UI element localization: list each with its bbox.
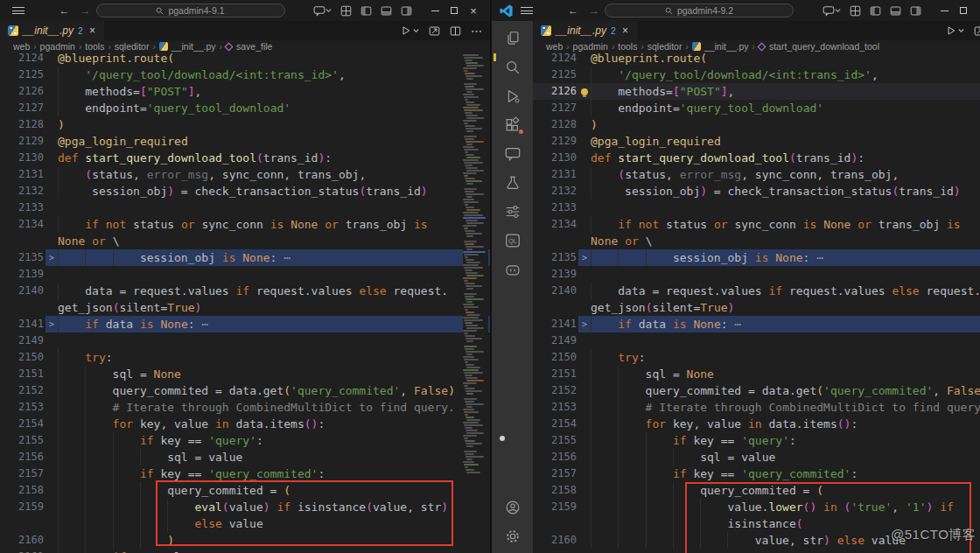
code-line: 2153# Iterate through CombinedMultiDict … bbox=[0, 399, 490, 416]
lightbulb-icon[interactable] bbox=[581, 88, 588, 95]
chevron-down-icon bbox=[413, 28, 419, 33]
run-python-file-button[interactable] bbox=[946, 25, 964, 36]
search-icon[interactable] bbox=[502, 58, 523, 77]
window-controls: × bbox=[425, 2, 483, 19]
code-line: get_json(silent=True) bbox=[0, 299, 490, 316]
run-python-file-button[interactable] bbox=[401, 25, 419, 36]
forward-icon[interactable]: → bbox=[584, 4, 605, 17]
close-button[interactable]: × bbox=[464, 2, 483, 19]
code-line: 2141>if data is None: ⋯ bbox=[533, 316, 980, 332]
code-line: 2140data = request.values if request.val… bbox=[533, 283, 980, 299]
code-line: None or \ bbox=[533, 233, 980, 249]
codeql-icon[interactable]: QL bbox=[502, 231, 523, 250]
toggle-secondary-sidebar-icon[interactable] bbox=[906, 5, 926, 17]
toggle-secondary-sidebar-icon[interactable] bbox=[396, 5, 416, 17]
code-line: 2129@pga_login_required bbox=[0, 133, 490, 150]
code-line: 2135>session_obj is None: ⋯ bbox=[0, 249, 490, 266]
annotation-box bbox=[156, 480, 453, 546]
open-preview-icon[interactable] bbox=[974, 25, 980, 37]
code-line: 2131(status, error_msg, sync_conn, trans… bbox=[0, 166, 490, 183]
tune-icon[interactable] bbox=[502, 202, 523, 221]
code-line: 2154for key, value in data.items(): bbox=[0, 416, 490, 432]
run-debug-icon[interactable] bbox=[502, 87, 523, 106]
code-area: 2124@blueprint.route(2125'/query_tool/do… bbox=[533, 50, 980, 549]
menu-icon[interactable] bbox=[12, 7, 24, 14]
overview-ruler-marker bbox=[494, 53, 496, 61]
code-line: 2131(status, error_msg, sync_conn, trans… bbox=[533, 166, 980, 183]
files-icon[interactable] bbox=[502, 29, 523, 48]
code-line: 2135>session_obj is None: ⋯ bbox=[533, 249, 980, 266]
vscode-window-right: ← → pgadmin4-9.2 QL bbox=[490, 0, 980, 553]
tab-init-py[interactable]: __init__.py 2 × bbox=[533, 21, 637, 40]
code-line: 2141>if data is None: ⋯ bbox=[0, 316, 490, 332]
code-line: 2134if not status or sync_conn is None o… bbox=[533, 216, 980, 233]
window-controls bbox=[934, 2, 973, 19]
code-line: 2153# Iterate through CombinedMultiDict … bbox=[533, 399, 980, 416]
toggle-sidebar-icon[interactable] bbox=[865, 5, 886, 17]
restore-button[interactable] bbox=[954, 2, 973, 19]
chat-icon[interactable] bbox=[502, 144, 523, 164]
code-line: 2127endpoint='query_tool_download' bbox=[533, 100, 980, 116]
testing-icon[interactable] bbox=[502, 173, 523, 192]
code-line: 2152query_commited = data.get('query_com… bbox=[0, 382, 490, 399]
robot-icon[interactable] bbox=[502, 260, 523, 279]
play-icon bbox=[946, 25, 956, 36]
account-icon[interactable] bbox=[502, 498, 523, 517]
search-value: pgadmin4-9.2 bbox=[677, 5, 733, 16]
editor-actions bbox=[946, 21, 980, 40]
back-icon[interactable]: ← bbox=[54, 4, 75, 17]
forward-icon[interactable]: → bbox=[75, 4, 96, 17]
tab-label: __init__.py bbox=[556, 24, 606, 37]
split-editor-icon[interactable] bbox=[450, 25, 461, 37]
customize-layout-icon[interactable] bbox=[845, 5, 865, 17]
code-line: 2130def start_query_download_tool(trans_… bbox=[0, 150, 490, 166]
copilot-chat-icon[interactable] bbox=[309, 5, 336, 17]
code-line: 2128) bbox=[533, 116, 980, 133]
code-line: None or \ bbox=[0, 233, 490, 249]
code-line: get_json(silent=True) bbox=[533, 299, 980, 316]
code-line: 2134if not status or sync_conn is None o… bbox=[0, 216, 490, 233]
open-preview-icon[interactable] bbox=[429, 25, 440, 37]
code-line: 2126methods=["POST"], bbox=[533, 83, 980, 100]
code-line: 2129@pga_login_required bbox=[533, 133, 980, 150]
minimize-button[interactable] bbox=[425, 2, 444, 19]
code-line: 2139 bbox=[533, 266, 980, 283]
code-line: 2128) bbox=[0, 116, 490, 133]
tab-close-icon[interactable]: × bbox=[88, 24, 95, 37]
command-center-search[interactable]: pgadmin4-9.1 bbox=[96, 4, 285, 18]
toggle-panel-icon[interactable] bbox=[376, 5, 396, 17]
vscode-logo-icon bbox=[499, 4, 514, 18]
menu-icon[interactable] bbox=[521, 7, 533, 14]
toggle-panel-icon[interactable] bbox=[886, 5, 906, 17]
watermark: @51CTO博客 bbox=[891, 527, 976, 543]
titlebar: ← → pgadmin4-9.2 bbox=[492, 0, 980, 21]
toggle-sidebar-icon[interactable] bbox=[356, 5, 376, 17]
code-line: 2126methods=["POST"], bbox=[0, 83, 490, 100]
code-line: 2124@blueprint.route( bbox=[533, 50, 980, 66]
back-icon[interactable]: ← bbox=[563, 4, 584, 17]
minimap[interactable] bbox=[463, 52, 488, 553]
tab-badge: 2 bbox=[611, 25, 616, 36]
copilot-chat-icon[interactable] bbox=[818, 5, 845, 17]
code-line: 2155if key == 'query': bbox=[0, 432, 490, 449]
code-editor[interactable]: 2124@blueprint.route(2125'/query_tool/do… bbox=[533, 52, 980, 553]
code-editor[interactable]: 2124@blueprint.route(2125'/query_tool/do… bbox=[0, 52, 490, 553]
code-line: 2132 session_obj) = check_transaction_st… bbox=[0, 183, 490, 200]
customize-layout-icon[interactable] bbox=[336, 5, 356, 17]
search-value: pgadmin4-9.1 bbox=[168, 5, 224, 16]
tab-init-py[interactable]: __init__.py 2 × bbox=[0, 21, 104, 40]
python-file-icon bbox=[541, 25, 551, 36]
minimize-button[interactable] bbox=[934, 2, 954, 19]
play-icon bbox=[401, 25, 411, 36]
more-actions-icon[interactable]: ⋯ bbox=[471, 24, 483, 38]
tab-close-icon[interactable]: × bbox=[620, 24, 628, 37]
code-line: 2157if key == 'query_commited': bbox=[533, 466, 980, 482]
tab-label: __init__.py bbox=[23, 24, 74, 37]
settings-gear-icon[interactable] bbox=[502, 527, 523, 546]
extensions-icon[interactable] bbox=[502, 116, 523, 135]
python-file-icon bbox=[8, 25, 18, 36]
code-line: 2155if key == 'query': bbox=[533, 432, 980, 449]
command-center-search[interactable]: pgadmin4-9.2 bbox=[605, 4, 794, 18]
tab-bar: __init__.py 2 × ⋯ bbox=[0, 21, 490, 40]
restore-button[interactable] bbox=[444, 2, 464, 19]
